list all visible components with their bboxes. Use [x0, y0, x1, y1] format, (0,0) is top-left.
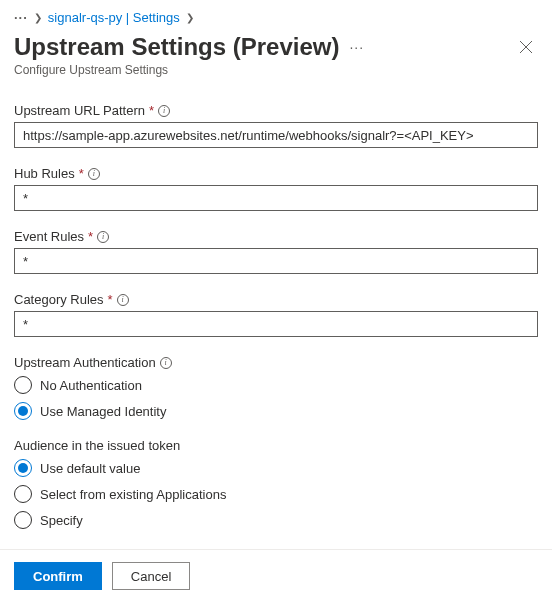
audience-option-specify-label: Specify [40, 513, 83, 528]
info-icon[interactable]: i [97, 231, 109, 243]
auth-option-managed-label: Use Managed Identity [40, 404, 166, 419]
auth-section-label: Upstream Authentication [14, 355, 156, 370]
auth-option-none[interactable]: No Authentication [14, 376, 538, 394]
hub-rules-input[interactable] [14, 185, 538, 211]
event-rules-label: Event Rules [14, 229, 84, 244]
radio-icon [14, 459, 32, 477]
audience-option-default[interactable]: Use default value [14, 459, 538, 477]
info-icon[interactable]: i [158, 105, 170, 117]
audience-option-existing[interactable]: Select from existing Applications [14, 485, 538, 503]
event-rules-input[interactable] [14, 248, 538, 274]
required-indicator: * [149, 103, 154, 118]
info-icon[interactable]: i [88, 168, 100, 180]
required-indicator: * [88, 229, 93, 244]
breadcrumb-resource-link[interactable]: signalr-qs-py | Settings [48, 10, 180, 25]
radio-icon [14, 376, 32, 394]
breadcrumb: ··· ❯ signalr-qs-py | Settings ❯ [14, 10, 538, 25]
url-pattern-label: Upstream URL Pattern [14, 103, 145, 118]
chevron-right-icon: ❯ [186, 12, 194, 23]
auth-option-none-label: No Authentication [40, 378, 142, 393]
hub-rules-label: Hub Rules [14, 166, 75, 181]
confirm-button[interactable]: Confirm [14, 562, 102, 590]
audience-section-label: Audience in the issued token [14, 438, 180, 453]
url-pattern-input[interactable] [14, 122, 538, 148]
category-rules-label: Category Rules [14, 292, 104, 307]
audience-option-specify[interactable]: Specify [14, 511, 538, 529]
category-rules-input[interactable] [14, 311, 538, 337]
audience-option-default-label: Use default value [40, 461, 140, 476]
close-button[interactable] [514, 35, 538, 59]
page-subtitle: Configure Upstream Settings [14, 63, 538, 77]
cancel-button[interactable]: Cancel [112, 562, 190, 590]
page-title: Upstream Settings (Preview) [14, 33, 339, 61]
radio-icon [14, 402, 32, 420]
chevron-right-icon: ❯ [34, 12, 42, 23]
more-actions-button[interactable]: ··· [349, 39, 364, 55]
breadcrumb-overflow[interactable]: ··· [14, 10, 28, 25]
info-icon[interactable]: i [160, 357, 172, 369]
audience-option-existing-label: Select from existing Applications [40, 487, 226, 502]
required-indicator: * [79, 166, 84, 181]
radio-icon [14, 485, 32, 503]
auth-option-managed[interactable]: Use Managed Identity [14, 402, 538, 420]
info-icon[interactable]: i [117, 294, 129, 306]
required-indicator: * [108, 292, 113, 307]
radio-icon [14, 511, 32, 529]
close-icon [519, 40, 533, 54]
footer: Confirm Cancel [0, 549, 552, 602]
